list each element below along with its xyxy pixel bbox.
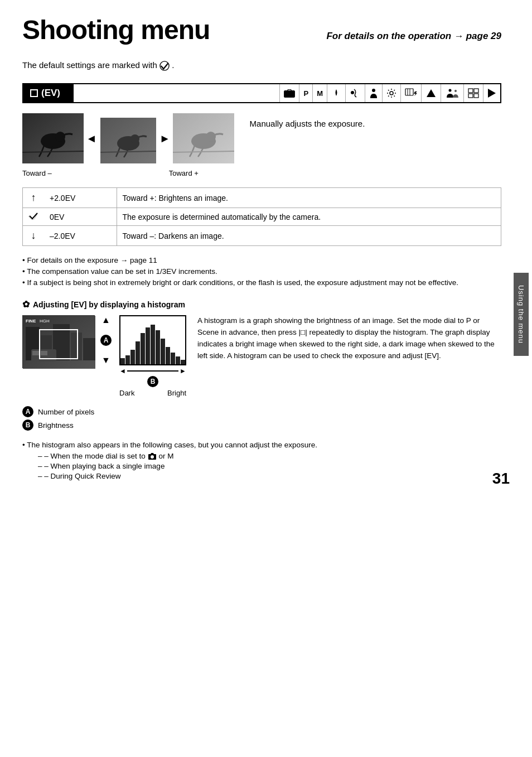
ev-icons-right: P M	[279, 84, 500, 102]
ev-row2-desc: The exposure is determined automatically…	[117, 208, 501, 226]
svg-rect-15	[468, 94, 473, 98]
svg-rect-41	[41, 351, 47, 355]
svg-rect-7	[405, 89, 413, 95]
svg-rect-45	[120, 358, 125, 365]
svg-rect-14	[474, 89, 478, 93]
svg-rect-50	[146, 327, 150, 365]
bird-image-dark	[22, 113, 84, 163]
page-number: 31	[492, 470, 510, 488]
ev-header: (EV) P M	[22, 83, 501, 103]
histogram-graph	[119, 315, 186, 365]
svg-text:HGH: HGH	[40, 319, 50, 324]
svg-rect-57	[181, 360, 185, 365]
svg-point-11	[449, 89, 452, 92]
ev-label-box: (EV)	[23, 84, 74, 102]
ev-icon-scene2	[345, 84, 365, 102]
ev-icon-scene1	[327, 84, 345, 102]
more-bullet-item-1: – When the mode dial is set to or M	[22, 452, 501, 460]
ev-row1-desc: Toward +: Brightens an image.	[117, 188, 501, 208]
svg-rect-52	[156, 330, 160, 365]
svg-rect-53	[161, 339, 165, 365]
ev-icon-mountain	[421, 84, 441, 102]
svg-rect-49	[141, 333, 145, 365]
svg-point-6	[390, 91, 393, 95]
svg-marker-10	[427, 89, 436, 97]
ev-row1-icon: ↑	[23, 188, 45, 208]
svg-point-5	[372, 89, 375, 92]
ev-icon-m: M	[312, 84, 327, 102]
svg-rect-40	[32, 351, 39, 355]
a-label-row: A Number of pixels	[22, 406, 501, 417]
svg-rect-13	[468, 89, 473, 93]
svg-point-26	[130, 134, 139, 143]
svg-rect-37	[71, 332, 82, 360]
up-arrow-a: ▲	[101, 315, 110, 325]
more-bullet-intro: The histogram also appears in the follow…	[22, 441, 501, 449]
histogram-description-text: A histogram is a graph showing the brigh…	[197, 315, 501, 397]
bullet-note-1: For details on the exposure → page 11	[22, 256, 501, 264]
histogram-camera-image: FINE HGH	[22, 315, 95, 368]
arrow-left: ◄	[84, 132, 99, 145]
default-note: The default settings are marked with .	[22, 60, 501, 71]
svg-point-31	[206, 132, 216, 142]
b-label-text: Brightness	[38, 421, 74, 430]
svg-rect-47	[130, 350, 135, 365]
settings-icon: ✿	[22, 299, 30, 310]
ev-icon-small	[30, 89, 38, 97]
a-circle: A	[22, 406, 33, 417]
ev-row1-value: +2.0EV	[44, 188, 117, 208]
svg-point-12	[454, 90, 457, 92]
ev-row2-icon	[23, 208, 45, 226]
svg-rect-54	[166, 347, 170, 365]
ev-icon-grid	[463, 84, 483, 102]
bird-image-medium	[100, 118, 156, 163]
histogram-title-text: Adjusting [EV] by displaying a histogram	[33, 300, 185, 309]
svg-rect-55	[171, 353, 175, 365]
arrow-right: ►	[157, 132, 173, 145]
more-bullet-item-3: – During Quick Review	[22, 472, 501, 480]
bullet-notes: For details on the exposure → page 11 Th…	[22, 256, 501, 287]
bullet-note-3: If a subject is being shot in extremely …	[22, 278, 501, 287]
checkmark-icon	[159, 61, 170, 71]
title-row: Shooting menu For details on the operati…	[22, 17, 501, 44]
more-bullets: The histogram also appears in the follow…	[22, 441, 501, 480]
right-arrow-b: ►	[180, 367, 186, 375]
svg-point-21	[55, 132, 65, 142]
ev-row3-icon: ↓	[23, 226, 45, 246]
circle-b-label: B	[147, 376, 158, 387]
circle-a: A	[100, 335, 112, 346]
ev-row3-value: –2.0EV	[44, 226, 117, 246]
ev-icon-gear	[382, 84, 400, 102]
down-arrow-a: ▼	[101, 355, 110, 365]
table-row: 0EV The exposure is determined automatic…	[23, 208, 501, 226]
ev-row3-desc: Toward –: Darkens an image.	[117, 226, 501, 246]
svg-point-3	[288, 92, 292, 96]
toward-labels: Toward – Toward +	[22, 169, 501, 177]
svg-marker-17	[488, 89, 496, 98]
histogram-title: ✿ Adjusting [EV] by displaying a histogr…	[22, 299, 501, 310]
ev-icon-person	[365, 84, 382, 102]
images-row: ◄ ► Manually adjusts the exposur	[22, 113, 501, 163]
title-subtitle: For details on the operation → page 29	[326, 31, 501, 42]
ev-icon-flash	[400, 84, 421, 102]
svg-point-4	[351, 91, 354, 94]
side-tab: Using the menu	[514, 273, 529, 356]
histogram-content: FINE HGH ▲ A ▼	[22, 315, 501, 397]
bright-label: Bright	[167, 389, 186, 397]
ab-labels: A Number of pixels B Brightness	[22, 406, 501, 431]
ev-row2-value: 0EV	[44, 208, 117, 226]
svg-rect-46	[125, 355, 130, 365]
ev-table: ↑ +2.0EV Toward +: Brightens an image. 0…	[22, 187, 501, 246]
toward-pos-label: Toward +	[169, 169, 199, 177]
b-label-row: B Brightness	[22, 420, 501, 431]
bird-image-light	[173, 113, 234, 163]
svg-rect-51	[151, 325, 155, 365]
toward-neg-label: Toward –	[22, 169, 52, 177]
bullet-note-2: The compensation value can be set in 1/3…	[22, 267, 501, 276]
ev-icon-camera	[279, 84, 299, 102]
table-row: ↓ –2.0EV Toward –: Darkens an image.	[23, 226, 501, 246]
b-circle: B	[22, 420, 33, 431]
svg-rect-56	[176, 356, 180, 365]
svg-text:FINE: FINE	[26, 319, 36, 324]
svg-rect-16	[474, 94, 478, 98]
